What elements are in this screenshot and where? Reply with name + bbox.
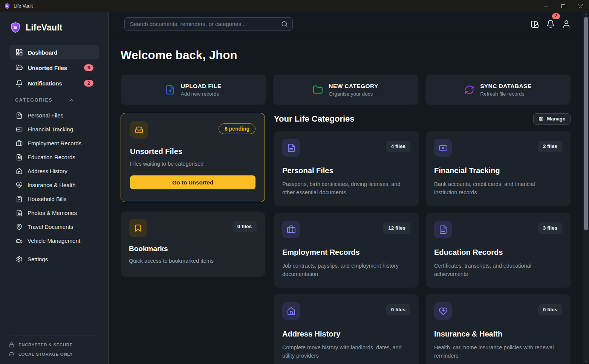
- user-profile-icon[interactable]: [562, 20, 571, 29]
- sidebar-item-label: Household Bills: [28, 196, 66, 202]
- left-column: 6 pending Unsorted Files Files waiting t…: [121, 113, 265, 364]
- maximize-button[interactable]: [554, 0, 572, 12]
- new-category-button[interactable]: NEW CATEGORY Organise your docs: [273, 75, 418, 105]
- sidebar-item-travel-documents[interactable]: Travel Documents: [0, 220, 108, 234]
- dashboard-content: Welcome back, Jhon UPLOAD FILE Add new r…: [109, 49, 583, 364]
- category-card-financial-tracking[interactable]: 2 files Financial Tracking Bank accounts…: [426, 131, 571, 206]
- topbar: 2: [109, 12, 583, 36]
- gear-icon: [539, 116, 544, 122]
- notification-bell-icon[interactable]: 2: [546, 20, 555, 29]
- category-card-address-history[interactable]: 0 files Address History Complete move hi…: [274, 294, 419, 364]
- search-icon[interactable]: [281, 21, 288, 27]
- sidebar-item-household-bills[interactable]: Household Bills: [0, 192, 108, 206]
- category-card-insurance-health[interactable]: 0 files Insurance & Health Health, car, …: [426, 294, 571, 364]
- sidebar-item-notifications[interactable]: Notifications 2: [9, 76, 99, 90]
- sidebar-item-address-history[interactable]: Address History: [0, 164, 108, 178]
- card-title: Insurance & Health: [434, 330, 562, 338]
- manage-label: Manage: [547, 116, 565, 122]
- sidebar-item-label: Education Records: [28, 154, 75, 160]
- go-to-unsorted-button[interactable]: Go to Unsorted: [130, 175, 255, 189]
- window-controls: [537, 0, 589, 12]
- sidebar-item-vehicle-management[interactable]: Vehicle Management: [0, 234, 108, 248]
- action-title: NEW CATEGORY: [329, 83, 378, 90]
- sidebar-item-label: Settings: [28, 256, 48, 262]
- card-description: Certificates, transcripts, and education…: [434, 262, 562, 279]
- sidebar-item-label: Address History: [28, 168, 67, 174]
- inbox-icon: [135, 126, 143, 134]
- scroll-down-arrow-icon[interactable]: [583, 359, 589, 363]
- file-count-badge: 0 files: [233, 221, 257, 232]
- brand: LifeVault: [10, 22, 108, 33]
- sidebar-item-label: Notifications: [28, 80, 62, 87]
- briefcase-icon: [16, 140, 23, 147]
- card-title: Financial Tracking: [434, 166, 562, 175]
- bookmarks-card[interactable]: 0 files Bookmarks Quick access to bookma…: [121, 212, 265, 277]
- sidebar-item-employment-records[interactable]: Employment Records: [0, 136, 108, 150]
- home-icon: [287, 307, 296, 316]
- sidebar-item-settings[interactable]: Settings: [0, 252, 108, 266]
- sidebar-item-label: Vehicle Management: [28, 238, 80, 244]
- sidebar-item-financial-tracking[interactable]: Financial Tracking: [0, 122, 108, 136]
- heart-pulse-icon: [439, 307, 448, 316]
- search-bar[interactable]: [124, 17, 293, 31]
- chevron-up-icon[interactable]: [69, 97, 75, 103]
- sidebar-item-label: Employment Records: [28, 140, 81, 146]
- category-card-education-records[interactable]: 3 files Education Records Certificates, …: [426, 213, 571, 288]
- upload-file-button[interactable]: UPLOAD FILE Add new records: [121, 75, 266, 105]
- sidebar-item-education-records[interactable]: Education Records: [0, 150, 108, 164]
- file-count-badge: 0 files: [538, 304, 562, 315]
- sidebar-item-label: Unsorted Files: [28, 65, 67, 71]
- minimize-button[interactable]: [537, 0, 554, 12]
- sidebar-item-personal-files[interactable]: Personal Files: [0, 108, 108, 122]
- inbox-icon-tile: [130, 121, 148, 139]
- section-title: Your Life Categories: [274, 114, 355, 124]
- categories-section-header[interactable]: CATEGORIES: [15, 97, 75, 103]
- notification-count-badge: 2: [552, 13, 560, 19]
- categories-header-label: CATEGORIES: [15, 97, 53, 103]
- file-count-badge: 12 files: [383, 222, 410, 234]
- page-title: Welcome back, Jhon: [121, 49, 571, 62]
- scrollbar-thumb[interactable]: [584, 17, 588, 230]
- sidebar-item-insurance-health[interactable]: Insurance & Health: [0, 178, 108, 192]
- sidebar-item-label: Personal Files: [28, 112, 63, 119]
- theme-swatch-icon[interactable]: [530, 20, 539, 29]
- footer-label: LOCAL STORAGE ONLY: [18, 352, 73, 356]
- lock-icon: [9, 342, 14, 347]
- sidebar-item-photos-memories[interactable]: Photos & Memories: [0, 206, 108, 220]
- sidebar-item-label: Travel Documents: [28, 224, 73, 230]
- main-area: 2 Welcome back, Jhon UPLOAD FILE Add new…: [109, 12, 583, 364]
- action-subtitle: Organise your docs: [329, 91, 378, 97]
- sidebar-item-label: Photos & Memories: [28, 210, 77, 216]
- bell-icon: [15, 79, 23, 87]
- file-text-icon-tile: [282, 139, 300, 157]
- category-card-employment-records[interactable]: 12 files Employment Records Job contract…: [274, 213, 419, 288]
- sidebar-item-dashboard[interactable]: Dashboard: [9, 45, 99, 59]
- lifevault-logo-icon: [10, 22, 21, 33]
- close-button[interactable]: [572, 0, 589, 12]
- file-count-badge: 0 files: [386, 304, 410, 315]
- briefcase-icon: [287, 225, 296, 234]
- manage-button[interactable]: Manage: [533, 113, 571, 125]
- local-storage-row: LOCAL STORAGE ONLY: [9, 349, 98, 359]
- briefcase-icon-tile: [282, 221, 300, 238]
- search-input[interactable]: [130, 21, 281, 27]
- category-cards-grid: 4 files Personal Files Passports, birth …: [274, 131, 571, 364]
- file-count-badge: 4 files: [386, 141, 410, 152]
- card-description: Job contracts, payslips, and employment …: [282, 262, 410, 279]
- vertical-scrollbar[interactable]: [583, 12, 589, 364]
- sync-icon: [464, 85, 474, 95]
- card-description: Quick access to bookmarked items: [129, 258, 257, 264]
- action-title: SYNC DATABASE: [480, 83, 531, 90]
- scroll-up-arrow-icon[interactable]: [583, 13, 589, 17]
- sidebar-item-unsorted-files[interactable]: Unsorted Files 6: [9, 61, 99, 75]
- app-shield-icon: [4, 3, 10, 9]
- card-title: Bookmarks: [129, 245, 257, 253]
- quick-actions: UPLOAD FILE Add new records NEW CATEGORY…: [121, 75, 571, 105]
- folder-icon: [313, 85, 323, 95]
- banknote-icon-tile: [434, 139, 452, 157]
- category-card-personal-files[interactable]: 4 files Personal Files Passports, birth …: [274, 131, 419, 206]
- action-subtitle: Refresh file records: [480, 91, 531, 97]
- card-title: Unsorted Files: [130, 147, 255, 156]
- file-text-icon: [16, 112, 23, 119]
- sync-database-button[interactable]: SYNC DATABASE Refresh file records: [425, 75, 571, 105]
